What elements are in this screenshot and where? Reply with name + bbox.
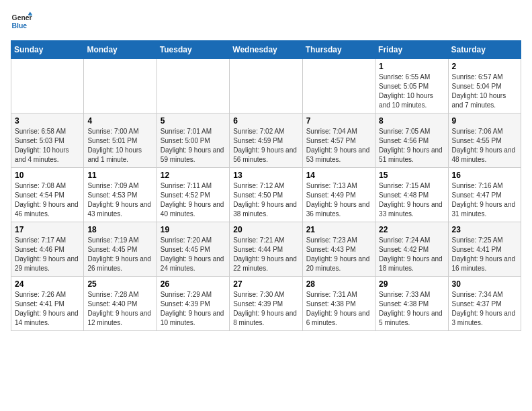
day-number: 23 (452, 225, 517, 234)
day-info: Sunrise: 7:00 AM Sunset: 5:01 PM Dayligh… (87, 127, 152, 165)
day-info: Sunrise: 7:30 AM Sunset: 4:39 PM Dayligh… (233, 290, 298, 328)
day-cell-10: 10Sunrise: 7:08 AM Sunset: 4:54 PM Dayli… (11, 168, 84, 222)
day-number: 16 (452, 171, 517, 180)
day-number: 29 (379, 279, 444, 289)
header: General Blue (11, 11, 521, 32)
day-number: 22 (379, 225, 444, 234)
day-cell-1: 1Sunrise: 6:55 AM Sunset: 5:05 PM Daylig… (375, 59, 448, 113)
day-info: Sunrise: 7:13 AM Sunset: 4:49 PM Dayligh… (306, 181, 371, 219)
day-number: 26 (161, 279, 226, 289)
weekday-header-saturday: Saturday (448, 41, 521, 59)
day-info: Sunrise: 7:11 AM Sunset: 4:52 PM Dayligh… (161, 181, 226, 219)
day-info: Sunrise: 6:57 AM Sunset: 5:04 PM Dayligh… (452, 73, 517, 110)
day-number: 9 (452, 116, 517, 126)
day-number: 2 (452, 62, 517, 71)
day-number: 1 (379, 62, 444, 71)
empty-cell (11, 59, 84, 113)
day-number: 3 (15, 116, 80, 126)
day-info: Sunrise: 7:28 AM Sunset: 4:40 PM Dayligh… (87, 290, 152, 328)
day-number: 28 (306, 279, 371, 289)
day-cell-12: 12Sunrise: 7:11 AM Sunset: 4:52 PM Dayli… (157, 168, 229, 222)
day-cell-3: 3Sunrise: 6:58 AM Sunset: 5:03 PM Daylig… (11, 113, 84, 168)
day-cell-21: 21Sunrise: 7:23 AM Sunset: 4:43 PM Dayli… (302, 222, 375, 277)
week-row-4: 17Sunrise: 7:17 AM Sunset: 4:46 PM Dayli… (11, 222, 521, 277)
day-info: Sunrise: 7:17 AM Sunset: 4:46 PM Dayligh… (15, 236, 80, 273)
day-info: Sunrise: 7:12 AM Sunset: 4:50 PM Dayligh… (233, 181, 298, 219)
day-cell-11: 11Sunrise: 7:09 AM Sunset: 4:53 PM Dayli… (84, 168, 157, 222)
day-number: 30 (452, 279, 517, 289)
day-number: 25 (87, 279, 152, 289)
day-number: 8 (379, 116, 444, 126)
day-cell-23: 23Sunrise: 7:25 AM Sunset: 4:41 PM Dayli… (448, 222, 521, 277)
day-cell-16: 16Sunrise: 7:16 AM Sunset: 4:47 PM Dayli… (448, 168, 521, 222)
day-cell-18: 18Sunrise: 7:19 AM Sunset: 4:45 PM Dayli… (84, 222, 157, 277)
day-cell-13: 13Sunrise: 7:12 AM Sunset: 4:50 PM Dayli… (230, 168, 302, 222)
day-number: 10 (15, 171, 80, 180)
day-number: 19 (161, 225, 226, 234)
day-number: 11 (87, 171, 152, 180)
week-row-3: 10Sunrise: 7:08 AM Sunset: 4:54 PM Dayli… (11, 168, 521, 222)
day-number: 15 (379, 171, 444, 180)
empty-cell (84, 59, 157, 113)
weekday-header-friday: Friday (375, 41, 448, 59)
day-info: Sunrise: 7:26 AM Sunset: 4:41 PM Dayligh… (15, 290, 80, 328)
day-number: 24 (15, 279, 80, 289)
day-info: Sunrise: 7:15 AM Sunset: 4:48 PM Dayligh… (379, 181, 444, 219)
day-info: Sunrise: 7:08 AM Sunset: 4:54 PM Dayligh… (15, 181, 80, 219)
day-cell-20: 20Sunrise: 7:21 AM Sunset: 4:44 PM Dayli… (230, 222, 302, 277)
day-number: 18 (87, 225, 152, 234)
day-info: Sunrise: 7:09 AM Sunset: 4:53 PM Dayligh… (87, 181, 152, 219)
day-info: Sunrise: 7:04 AM Sunset: 4:57 PM Dayligh… (306, 127, 371, 165)
weekday-header-row: SundayMondayTuesdayWednesdayThursdayFrid… (11, 41, 521, 59)
day-cell-9: 9Sunrise: 7:06 AM Sunset: 4:55 PM Daylig… (448, 113, 521, 168)
day-cell-4: 4Sunrise: 7:00 AM Sunset: 5:01 PM Daylig… (84, 113, 157, 168)
day-number: 27 (233, 279, 298, 289)
day-cell-5: 5Sunrise: 7:01 AM Sunset: 5:00 PM Daylig… (157, 113, 229, 168)
day-cell-27: 27Sunrise: 7:30 AM Sunset: 4:39 PM Dayli… (230, 277, 302, 331)
logo-icon: General Blue (11, 11, 32, 32)
day-info: Sunrise: 7:05 AM Sunset: 4:56 PM Dayligh… (379, 127, 444, 165)
day-cell-14: 14Sunrise: 7:13 AM Sunset: 4:49 PM Dayli… (302, 168, 375, 222)
day-info: Sunrise: 7:01 AM Sunset: 5:00 PM Dayligh… (161, 127, 226, 165)
day-cell-17: 17Sunrise: 7:17 AM Sunset: 4:46 PM Dayli… (11, 222, 84, 277)
day-info: Sunrise: 7:24 AM Sunset: 4:42 PM Dayligh… (379, 236, 444, 273)
day-info: Sunrise: 6:58 AM Sunset: 5:03 PM Dayligh… (15, 127, 80, 165)
weekday-header-tuesday: Tuesday (157, 41, 229, 59)
weekday-header-thursday: Thursday (302, 41, 375, 59)
day-info: Sunrise: 6:55 AM Sunset: 5:05 PM Dayligh… (379, 73, 444, 110)
day-cell-6: 6Sunrise: 7:02 AM Sunset: 4:59 PM Daylig… (230, 113, 302, 168)
day-info: Sunrise: 7:34 AM Sunset: 4:37 PM Dayligh… (452, 290, 517, 328)
svg-text:General: General (12, 14, 32, 21)
day-cell-29: 29Sunrise: 7:33 AM Sunset: 4:38 PM Dayli… (375, 277, 448, 331)
day-cell-19: 19Sunrise: 7:20 AM Sunset: 4:45 PM Dayli… (157, 222, 229, 277)
day-number: 14 (306, 171, 371, 180)
day-number: 5 (161, 116, 226, 126)
weekday-header-wednesday: Wednesday (230, 41, 302, 59)
day-info: Sunrise: 7:06 AM Sunset: 4:55 PM Dayligh… (452, 127, 517, 165)
empty-cell (157, 59, 229, 113)
day-number: 4 (87, 116, 152, 126)
day-info: Sunrise: 7:02 AM Sunset: 4:59 PM Dayligh… (233, 127, 298, 165)
day-number: 13 (233, 171, 298, 180)
day-number: 6 (233, 116, 298, 126)
week-row-1: 1Sunrise: 6:55 AM Sunset: 5:05 PM Daylig… (11, 59, 521, 113)
day-cell-8: 8Sunrise: 7:05 AM Sunset: 4:56 PM Daylig… (375, 113, 448, 168)
day-number: 20 (233, 225, 298, 234)
day-info: Sunrise: 7:16 AM Sunset: 4:47 PM Dayligh… (452, 181, 517, 219)
weekday-header-sunday: Sunday (11, 41, 84, 59)
svg-text:Blue: Blue (12, 22, 28, 30)
day-info: Sunrise: 7:29 AM Sunset: 4:39 PM Dayligh… (161, 290, 226, 328)
day-number: 12 (161, 171, 226, 180)
week-row-5: 24Sunrise: 7:26 AM Sunset: 4:41 PM Dayli… (11, 277, 521, 331)
day-cell-15: 15Sunrise: 7:15 AM Sunset: 4:48 PM Dayli… (375, 168, 448, 222)
day-cell-22: 22Sunrise: 7:24 AM Sunset: 4:42 PM Dayli… (375, 222, 448, 277)
day-cell-26: 26Sunrise: 7:29 AM Sunset: 4:39 PM Dayli… (157, 277, 229, 331)
empty-cell (230, 59, 302, 113)
day-number: 17 (15, 225, 80, 234)
day-info: Sunrise: 7:21 AM Sunset: 4:44 PM Dayligh… (233, 236, 298, 273)
day-cell-25: 25Sunrise: 7:28 AM Sunset: 4:40 PM Dayli… (84, 277, 157, 331)
weekday-header-monday: Monday (84, 41, 157, 59)
calendar-table: SundayMondayTuesdayWednesdayThursdayFrid… (11, 40, 521, 331)
day-info: Sunrise: 7:33 AM Sunset: 4:38 PM Dayligh… (379, 290, 444, 328)
day-cell-30: 30Sunrise: 7:34 AM Sunset: 4:37 PM Dayli… (448, 277, 521, 331)
